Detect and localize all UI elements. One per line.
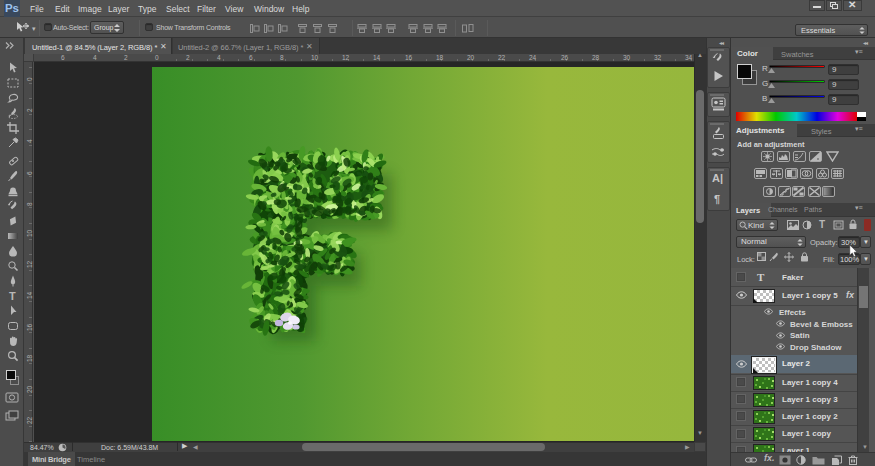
svg-text:T: T <box>9 290 16 302</box>
